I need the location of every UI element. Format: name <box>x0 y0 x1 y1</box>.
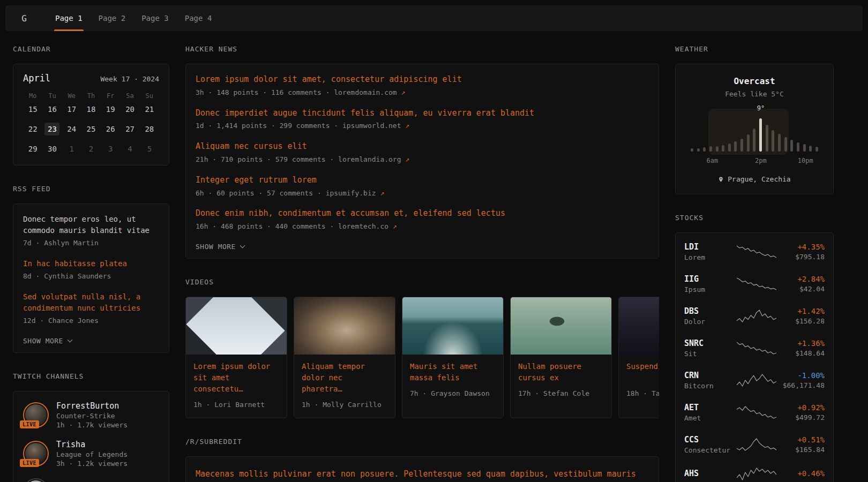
stock-info: AHS <box>684 469 736 480</box>
external-link-icon: ↗ <box>405 155 409 163</box>
rss-section: RSS FEED Donec tempor eros leo, ut commo… <box>13 185 169 353</box>
rss-item-title[interactable]: In hac habitasse platea <box>23 258 159 269</box>
stock-sparkline <box>736 245 777 259</box>
calendar-day: 4 <box>123 142 138 155</box>
video-card[interactable]: Aliquam tempor dolor nec pharetra…1h · M… <box>294 297 395 418</box>
stock-info: DBSDolor <box>684 306 736 326</box>
hn-item-domain[interactable]: loremlandia.org ↗ <box>338 155 409 163</box>
twitch-viewers: 3h · 1.2k viewers <box>56 460 128 468</box>
calendar-day-header: Mo <box>29 92 36 100</box>
calendar-day: 25 <box>84 123 99 135</box>
reddit-post-title[interactable]: Maecenas mollis pulvinar erat non posuer… <box>196 468 649 482</box>
hn-item-meta: 6h · 60 points · 57 comments · ipsumify.… <box>196 189 649 199</box>
calendar-day: 30 <box>44 142 59 155</box>
stock-info: SNRCSit <box>684 338 736 358</box>
hn-item-meta: 21h · 710 points · 579 comments · loreml… <box>196 155 649 165</box>
twitch-channel[interactable]: KendallCarr <box>23 478 159 482</box>
hn-item-meta: 16h · 468 points · 440 comments · loremt… <box>196 222 649 232</box>
weather-bar <box>815 147 818 152</box>
stock-row: LDILorem+4.35%$795.18 <box>676 236 833 268</box>
hn-item-title[interactable]: Integer eget rutrum lorem <box>196 175 649 186</box>
tab-page-1[interactable]: Page 1 <box>47 5 91 31</box>
tab-page-4[interactable]: Page 4 <box>177 5 220 31</box>
weather-condition: Overcast <box>685 76 824 86</box>
stock-sparkline <box>736 405 777 419</box>
stock-values: +1.42%$156.28 <box>777 307 825 325</box>
stock-change: -1.00% <box>777 371 825 380</box>
weather-location: Prague, Czechia <box>685 175 824 183</box>
video-card[interactable]: Nullam posuere cursus ex17h · Stefan Col… <box>510 297 612 418</box>
weather-bar <box>809 146 812 152</box>
hackernews-list: Lorem ipsum dolor sit amet, consectetur … <box>196 74 649 232</box>
video-thumbnail <box>186 297 287 355</box>
hn-item-meta: 3h · 148 points · 116 comments · loremdo… <box>196 88 649 98</box>
video-meta: 1h · Lori Barnett <box>193 400 279 410</box>
twitch-channel[interactable]: LIVEForrestBurtonCounter-Strike1h · 1.7k… <box>23 401 159 429</box>
rss-show-more-button[interactable]: SHOW MORE <box>23 337 72 345</box>
hn-item-title[interactable]: Donec imperdiet augue tincidunt felis al… <box>196 108 649 119</box>
calendar-month: April <box>23 73 50 84</box>
stock-values: +0.92%$499.72 <box>777 403 825 421</box>
video-card[interactable]: Mauris sit amet massa felis7h · Grayson … <box>402 297 504 418</box>
stock-sparkline-chart <box>737 373 776 387</box>
calendar-day-header: Sa <box>126 92 133 100</box>
video-title: Lorem ipsum dolor sit amet consectetu… <box>193 361 279 395</box>
rss-item-title[interactable]: Sed volutpat nulla nisl, a condimentum n… <box>23 291 159 314</box>
hn-item-title[interactable]: Lorem ipsum dolor sit amet, consectetur … <box>196 74 649 86</box>
calendar-header: April Week 17 · 2024 <box>23 73 159 84</box>
hn-item-domain[interactable]: ipsumworld.net ↗ <box>342 122 409 130</box>
rss-item-title[interactable]: Donec tempor eros leo, ut commodo mauris… <box>23 214 159 236</box>
video-title: Suspendisse diam <box>626 361 659 383</box>
tab-page-2[interactable]: Page 2 <box>91 5 134 31</box>
hackernews-section-title: HACKER NEWS <box>185 45 659 53</box>
stock-sparkline-chart <box>737 438 776 451</box>
twitch-section: TWITCH CHANNELS LIVEForrestBurtonCounter… <box>13 372 169 482</box>
hn-item-domain[interactable]: ipsumify.biz ↗ <box>326 189 385 197</box>
video-thumbnail <box>294 297 395 355</box>
weather-bar <box>784 137 787 152</box>
calendar-widget: April Week 17 · 2024 MoTuWeThFrSaSu 1516… <box>13 64 169 165</box>
video-thumbnail <box>402 297 503 355</box>
stock-change: +1.42% <box>777 307 825 315</box>
page-tabs: Page 1Page 2Page 3Page 4 <box>47 5 220 31</box>
video-title: Nullam posuere cursus ex <box>518 361 604 383</box>
rss-item: In hac habitasse platea8d · Cynthia Saun… <box>23 258 159 282</box>
weather-bar <box>728 144 731 152</box>
hn-item-title[interactable]: Aliquam nec cursus elit <box>196 141 649 153</box>
stock-sparkline <box>736 309 777 323</box>
stock-ticker: SNRC <box>684 338 736 348</box>
twitch-section-title: TWITCH CHANNELS <box>13 372 169 380</box>
stock-change: +0.51% <box>777 435 825 444</box>
calendar-day-header: Th <box>87 92 95 100</box>
external-link-icon: ↗ <box>405 122 409 130</box>
video-card[interactable]: Lorem ipsum dolor sit amet consectetu…1h… <box>185 297 287 418</box>
weather-time-label: 6am <box>707 157 719 164</box>
twitch-channel[interactable]: LIVETrishaLeague of Legends3h · 1.2k vie… <box>23 440 159 468</box>
rss-section-title: RSS FEED <box>13 185 169 193</box>
calendar-section-title: CALENDAR <box>13 45 169 53</box>
hackernews-section: HACKER NEWS Lorem ipsum dolor sit amet, … <box>185 45 659 259</box>
stock-info: CRNBitcorn <box>684 371 736 390</box>
calendar-day: 20 <box>123 103 138 116</box>
hn-item-title[interactable]: Donec enim nibh, condimentum et accumsan… <box>196 208 649 220</box>
stock-price: $42.04 <box>777 285 825 293</box>
stock-name: Dolor <box>684 318 736 326</box>
stock-row: CRNBitcorn-1.00%$66,171.48 <box>676 364 833 396</box>
weather-feels-like: Feels like 5°C <box>685 90 824 98</box>
calendar-day: 28 <box>142 123 157 135</box>
hn-item-domain[interactable]: loremdomain.com ↗ <box>334 88 405 96</box>
stock-info: CCSConsectetur <box>684 435 736 454</box>
tab-page-3[interactable]: Page 3 <box>133 5 177 31</box>
subreddit-widget: Maecenas mollis pulvinar erat non posuer… <box>185 456 659 482</box>
video-title: Mauris sit amet massa felis <box>410 361 496 383</box>
stock-price: $499.72 <box>777 413 825 421</box>
weather-peak-temp: 9° <box>757 104 765 112</box>
avatar: LIVE <box>23 402 49 428</box>
calendar-day: 23 <box>44 123 59 135</box>
left-column: CALENDAR April Week 17 · 2024 MoTuWeThFr… <box>13 45 169 482</box>
hackernews-show-more-button[interactable]: SHOW MORE <box>196 243 244 251</box>
video-card[interactable]: Suspendisse diam18h · Tara <box>618 297 659 418</box>
weather-bar <box>797 142 799 152</box>
hn-item-domain[interactable]: loremtech.co ↗ <box>338 222 397 230</box>
twitch-widget: LIVEForrestBurtonCounter-Strike1h · 1.7k… <box>13 391 169 482</box>
